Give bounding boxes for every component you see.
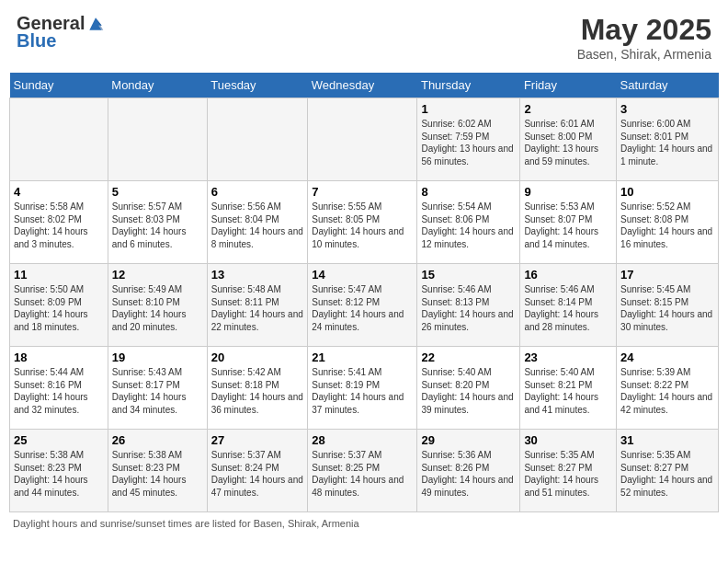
cell-content: Sunrise: 5:42 AM Sunset: 8:18 PM Dayligh… (211, 366, 304, 416)
day-number: 19 (112, 350, 203, 364)
logo-blue: Blue (17, 30, 56, 52)
calendar-cell: 5Sunrise: 5:57 AM Sunset: 8:03 PM Daylig… (108, 181, 207, 264)
day-number: 15 (421, 268, 516, 282)
cell-content: Sunrise: 5:54 AM Sunset: 8:06 PM Dayligh… (421, 201, 516, 250)
title-block: May 2025 Basen, Shirak, Armenia (577, 13, 711, 62)
cell-content: Sunrise: 5:37 AM Sunset: 8:25 PM Dayligh… (312, 449, 413, 499)
week-row-4: 18Sunrise: 5:44 AM Sunset: 8:16 PM Dayli… (10, 347, 719, 430)
day-number: 20 (211, 350, 304, 364)
calendar-cell: 21Sunrise: 5:41 AM Sunset: 8:19 PM Dayli… (308, 347, 417, 430)
column-header-saturday: Saturday (617, 73, 719, 98)
cell-content: Sunrise: 6:02 AM Sunset: 7:59 PM Dayligh… (421, 118, 516, 167)
day-number: 16 (524, 268, 612, 282)
calendar-cell: 8Sunrise: 5:54 AM Sunset: 8:06 PM Daylig… (417, 181, 520, 264)
calendar-cell: 7Sunrise: 5:55 AM Sunset: 8:05 PM Daylig… (308, 181, 417, 264)
cell-content: Sunrise: 6:00 AM Sunset: 8:01 PM Dayligh… (620, 118, 714, 167)
cell-content: Sunrise: 5:35 AM Sunset: 8:27 PM Dayligh… (620, 449, 714, 499)
day-number: 5 (112, 185, 203, 199)
cell-content: Sunrise: 5:41 AM Sunset: 8:19 PM Dayligh… (312, 366, 413, 416)
calendar-cell (108, 98, 207, 181)
cell-content: Sunrise: 5:44 AM Sunset: 8:16 PM Dayligh… (14, 366, 104, 416)
day-number: 31 (620, 433, 714, 447)
day-number: 2 (524, 102, 612, 116)
calendar-cell: 16Sunrise: 5:46 AM Sunset: 8:14 PM Dayli… (520, 264, 617, 347)
cell-content: Sunrise: 5:55 AM Sunset: 8:05 PM Dayligh… (312, 201, 413, 250)
logo-icon (86, 15, 105, 33)
day-number: 21 (312, 350, 413, 364)
day-number: 10 (620, 185, 714, 199)
column-headers-row: SundayMondayTuesdayWednesdayThursdayFrid… (10, 73, 719, 98)
day-number: 7 (312, 185, 413, 199)
day-number: 30 (524, 433, 612, 447)
cell-content: Sunrise: 5:48 AM Sunset: 8:11 PM Dayligh… (211, 283, 304, 333)
day-number: 4 (14, 185, 104, 199)
calendar-table: SundayMondayTuesdayWednesdayThursdayFrid… (9, 73, 719, 512)
day-number: 26 (112, 433, 203, 447)
cell-content: Sunrise: 5:53 AM Sunset: 8:07 PM Dayligh… (524, 201, 612, 250)
day-number: 6 (211, 185, 304, 199)
day-number: 28 (312, 433, 413, 447)
calendar-cell: 1Sunrise: 6:02 AM Sunset: 7:59 PM Daylig… (417, 98, 520, 181)
cell-content: Sunrise: 5:50 AM Sunset: 8:09 PM Dayligh… (14, 283, 104, 333)
main-title: May 2025 (577, 13, 711, 47)
logo: General Blue (17, 13, 105, 52)
cell-content: Sunrise: 5:46 AM Sunset: 8:14 PM Dayligh… (524, 283, 612, 333)
cell-content: Sunrise: 5:45 AM Sunset: 8:15 PM Dayligh… (620, 283, 714, 333)
day-number: 13 (211, 268, 304, 282)
cell-content: Sunrise: 5:38 AM Sunset: 8:23 PM Dayligh… (112, 449, 203, 499)
calendar-cell: 18Sunrise: 5:44 AM Sunset: 8:16 PM Dayli… (10, 347, 108, 430)
week-row-5: 25Sunrise: 5:38 AM Sunset: 8:23 PM Dayli… (10, 430, 719, 512)
calendar-cell: 26Sunrise: 5:38 AM Sunset: 8:23 PM Dayli… (108, 430, 207, 512)
cell-content: Sunrise: 5:40 AM Sunset: 8:21 PM Dayligh… (524, 366, 612, 416)
column-header-tuesday: Tuesday (207, 73, 308, 98)
cell-content: Sunrise: 5:46 AM Sunset: 8:13 PM Dayligh… (421, 283, 516, 333)
calendar-cell: 28Sunrise: 5:37 AM Sunset: 8:25 PM Dayli… (308, 430, 417, 512)
calendar-cell: 3Sunrise: 6:00 AM Sunset: 8:01 PM Daylig… (617, 98, 719, 181)
calendar-cell: 27Sunrise: 5:37 AM Sunset: 8:24 PM Dayli… (207, 430, 308, 512)
calendar-cell: 24Sunrise: 5:39 AM Sunset: 8:22 PM Dayli… (617, 347, 719, 430)
week-row-1: 1Sunrise: 6:02 AM Sunset: 7:59 PM Daylig… (10, 98, 719, 181)
calendar-cell: 12Sunrise: 5:49 AM Sunset: 8:10 PM Dayli… (108, 264, 207, 347)
calendar-cell: 30Sunrise: 5:35 AM Sunset: 8:27 PM Dayli… (520, 430, 617, 512)
cell-content: Sunrise: 5:36 AM Sunset: 8:26 PM Dayligh… (421, 449, 516, 499)
day-number: 9 (524, 185, 612, 199)
day-number: 18 (14, 350, 104, 364)
cell-content: Sunrise: 5:43 AM Sunset: 8:17 PM Dayligh… (112, 366, 203, 416)
day-number: 23 (524, 350, 612, 364)
calendar-cell: 31Sunrise: 5:35 AM Sunset: 8:27 PM Dayli… (617, 430, 719, 512)
calendar-cell: 2Sunrise: 6:01 AM Sunset: 8:00 PM Daylig… (520, 98, 617, 181)
footer-text: Daylight hours and sunrise/sunset times … (9, 518, 719, 529)
day-number: 27 (211, 433, 304, 447)
week-row-2: 4Sunrise: 5:58 AM Sunset: 8:02 PM Daylig… (10, 181, 719, 264)
day-number: 11 (14, 268, 104, 282)
cell-content: Sunrise: 5:47 AM Sunset: 8:12 PM Dayligh… (312, 283, 413, 333)
calendar-cell: 22Sunrise: 5:40 AM Sunset: 8:20 PM Dayli… (417, 347, 520, 430)
calendar-cell: 25Sunrise: 5:38 AM Sunset: 8:23 PM Dayli… (10, 430, 108, 512)
calendar-cell: 4Sunrise: 5:58 AM Sunset: 8:02 PM Daylig… (10, 181, 108, 264)
calendar-cell (10, 98, 108, 181)
cell-content: Sunrise: 5:38 AM Sunset: 8:23 PM Dayligh… (14, 449, 104, 499)
cell-content: Sunrise: 5:57 AM Sunset: 8:03 PM Dayligh… (112, 201, 203, 250)
day-number: 25 (14, 433, 104, 447)
calendar-cell: 14Sunrise: 5:47 AM Sunset: 8:12 PM Dayli… (308, 264, 417, 347)
day-number: 14 (312, 268, 413, 282)
calendar-cell: 29Sunrise: 5:36 AM Sunset: 8:26 PM Dayli… (417, 430, 520, 512)
subtitle: Basen, Shirak, Armenia (577, 47, 711, 62)
column-header-friday: Friday (520, 73, 617, 98)
day-number: 12 (112, 268, 203, 282)
calendar-cell: 17Sunrise: 5:45 AM Sunset: 8:15 PM Dayli… (617, 264, 719, 347)
cell-content: Sunrise: 5:49 AM Sunset: 8:10 PM Dayligh… (112, 283, 203, 333)
cell-content: Sunrise: 5:39 AM Sunset: 8:22 PM Dayligh… (620, 366, 714, 416)
calendar-cell: 9Sunrise: 5:53 AM Sunset: 8:07 PM Daylig… (520, 181, 617, 264)
day-number: 1 (421, 102, 516, 116)
cell-content: Sunrise: 5:56 AM Sunset: 8:04 PM Dayligh… (211, 201, 304, 250)
calendar-cell: 15Sunrise: 5:46 AM Sunset: 8:13 PM Dayli… (417, 264, 520, 347)
day-number: 29 (421, 433, 516, 447)
calendar-cell: 19Sunrise: 5:43 AM Sunset: 8:17 PM Dayli… (108, 347, 207, 430)
day-number: 22 (421, 350, 516, 364)
day-number: 3 (620, 102, 714, 116)
cell-content: Sunrise: 5:52 AM Sunset: 8:08 PM Dayligh… (620, 201, 714, 250)
cell-content: Sunrise: 5:58 AM Sunset: 8:02 PM Dayligh… (14, 201, 104, 250)
calendar-cell (207, 98, 308, 181)
column-header-wednesday: Wednesday (308, 73, 417, 98)
